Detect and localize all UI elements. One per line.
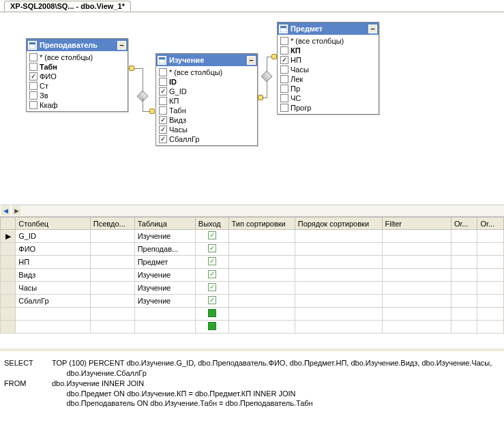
table-row[interactable] (1, 308, 504, 321)
cell-sorttype[interactable] (228, 243, 295, 256)
cell-sorttype[interactable] (228, 282, 295, 295)
cell-or[interactable] (451, 282, 477, 295)
grid-header[interactable]: Выход (195, 218, 228, 230)
column-checkbox[interactable] (159, 68, 167, 76)
cell-column[interactable]: G_ID (16, 230, 90, 243)
row-header[interactable] (1, 321, 16, 334)
table-row[interactable] (1, 321, 504, 334)
column-checkbox[interactable] (159, 87, 167, 95)
cell-table[interactable]: Изучение (134, 295, 195, 308)
cell-output[interactable] (195, 295, 228, 308)
cell-alias[interactable] (90, 243, 134, 256)
table-row[interactable]: ВидзИзучение (1, 269, 504, 282)
table-menu-button[interactable]: – (247, 56, 256, 65)
row-header[interactable] (1, 308, 16, 321)
cell-sortorder[interactable] (295, 230, 382, 243)
cell-alias[interactable] (90, 282, 134, 295)
row-header[interactable] (1, 295, 16, 308)
cell-or[interactable] (451, 295, 477, 308)
cell-alias[interactable] (90, 308, 134, 321)
table-row[interactable]: ▶G_IDИзучение (1, 230, 504, 243)
grid-header[interactable]: Filter (382, 218, 451, 230)
cell-alias[interactable] (90, 295, 134, 308)
table-box-predmet[interactable]: Предмет – * (все столбцы)КПНПЧасыЛекПрЧС… (277, 22, 379, 115)
cell-output[interactable] (195, 230, 228, 243)
grid-header[interactable]: Таблица (134, 218, 195, 230)
cell-table[interactable] (134, 321, 195, 334)
sql-pane[interactable]: SELECTTOP (100) PERCENT dbo.Изучение.G_I… (0, 349, 504, 415)
cell-or[interactable] (477, 321, 504, 334)
output-checkbox[interactable] (208, 296, 216, 304)
output-checkbox[interactable] (208, 231, 216, 239)
table-column-row[interactable]: Табн (28, 62, 126, 72)
row-header[interactable] (1, 282, 16, 295)
cell-alias[interactable] (90, 269, 134, 282)
column-checkbox[interactable] (159, 106, 167, 115)
column-checkbox[interactable] (280, 75, 288, 83)
cell-or[interactable] (451, 243, 477, 256)
cell-column[interactable]: СбаллГр (16, 295, 90, 308)
cell-output[interactable] (195, 308, 228, 321)
table-column-row[interactable]: Часы (158, 125, 256, 134)
output-checkbox[interactable] (208, 257, 216, 265)
table-column-row[interactable]: НП (279, 55, 377, 65)
column-checkbox[interactable] (280, 94, 288, 102)
table-titlebar[interactable]: Предмет – (278, 23, 379, 35)
table-column-row[interactable]: ID (158, 77, 256, 87)
cell-or[interactable] (477, 256, 504, 269)
cell-column[interactable] (16, 308, 90, 321)
cell-or[interactable] (451, 269, 477, 282)
cell-table[interactable]: Преподав... (134, 243, 195, 256)
cell-or[interactable] (477, 295, 504, 308)
grid-header[interactable]: Псевдо... (90, 218, 134, 230)
output-checkbox[interactable] (208, 309, 216, 317)
table-row[interactable]: ЧасыИзучение (1, 282, 504, 295)
column-checkbox[interactable] (280, 37, 288, 45)
column-checkbox[interactable] (280, 85, 288, 93)
cell-filter[interactable] (382, 243, 451, 256)
table-column-row[interactable]: * (все столбцы) (279, 36, 377, 46)
cell-alias[interactable] (90, 321, 134, 334)
column-checkbox[interactable] (29, 82, 38, 90)
row-header[interactable]: ▶ (1, 230, 16, 243)
table-column-row[interactable]: * (все столбцы) (28, 53, 126, 62)
table-menu-button[interactable]: – (368, 25, 377, 33)
column-checkbox[interactable] (280, 65, 288, 74)
column-checkbox[interactable] (280, 104, 288, 112)
cell-alias[interactable] (90, 256, 134, 269)
row-header[interactable] (1, 243, 16, 256)
column-checkbox[interactable] (159, 126, 167, 134)
view-designer-tab[interactable]: XP-SQL2008\SQ... - dbo.View_1* (4, 1, 131, 12)
table-column-row[interactable]: КП (158, 96, 256, 106)
cell-sortorder[interactable] (295, 295, 382, 308)
cell-table[interactable]: Изучение (134, 282, 195, 295)
table-row[interactable]: НППредмет (1, 256, 504, 269)
table-column-row[interactable]: Часы (279, 65, 377, 74)
cell-filter[interactable] (382, 308, 451, 321)
cell-filter[interactable] (382, 282, 451, 295)
table-row[interactable]: СбаллГрИзучение (1, 295, 504, 308)
table-box-prepod[interactable]: Преподаватель – * (все столбцы)ТабнФИОСт… (26, 38, 128, 112)
column-checkbox[interactable] (29, 53, 38, 61)
column-checkbox[interactable] (159, 78, 167, 86)
table-column-row[interactable]: Прогр (279, 103, 377, 113)
table-titlebar[interactable]: Преподаватель – (27, 39, 128, 51)
cell-or[interactable] (451, 256, 477, 269)
column-checkbox[interactable] (280, 46, 288, 55)
cell-or[interactable] (451, 230, 477, 243)
column-checkbox[interactable] (159, 116, 167, 124)
table-column-row[interactable]: КП (279, 46, 377, 55)
grid-header[interactable]: Or... (477, 218, 504, 230)
cell-filter[interactable] (382, 230, 451, 243)
table-column-row[interactable]: Ккаф (28, 100, 126, 110)
cell-sortorder[interactable] (295, 243, 382, 256)
cell-or[interactable] (477, 269, 504, 282)
cell-output[interactable] (195, 282, 228, 295)
row-header[interactable] (1, 269, 16, 282)
cell-or[interactable] (477, 230, 504, 243)
table-column-row[interactable]: ЧС (279, 93, 377, 103)
cell-filter[interactable] (382, 269, 451, 282)
column-checkbox[interactable] (280, 56, 288, 64)
pane-scrollbar[interactable]: ◀ ▶ (0, 205, 504, 217)
relation-diamond-icon[interactable] (263, 72, 271, 80)
